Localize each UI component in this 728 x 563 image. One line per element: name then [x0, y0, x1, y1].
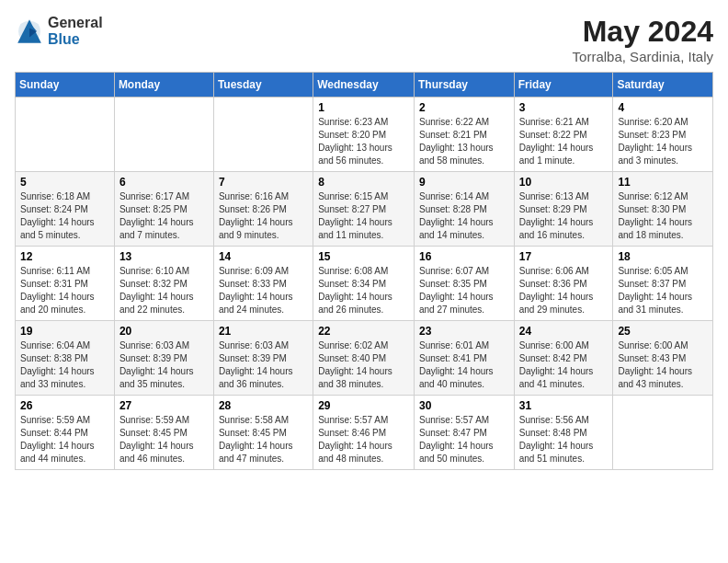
cell-info: Sunrise: 6:00 AM Sunset: 8:43 PM Dayligh… — [618, 339, 708, 391]
day-number: 7 — [219, 176, 308, 189]
sunset: Sunset: 8:37 PM — [618, 279, 686, 289]
daylight: Daylight: 13 hours and 58 minutes. — [419, 143, 494, 166]
calendar-cell: 15 Sunrise: 6:08 AM Sunset: 8:34 PM Dayl… — [313, 247, 415, 321]
daylight: Daylight: 14 hours and 27 minutes. — [419, 292, 494, 315]
daylight: Daylight: 14 hours and 38 minutes. — [318, 366, 392, 389]
sunrise: Sunrise: 6:00 AM — [519, 340, 589, 350]
sunrise: Sunrise: 5:58 AM — [219, 415, 289, 425]
sunrise: Sunrise: 6:06 AM — [519, 266, 589, 276]
sunrise: Sunrise: 6:01 AM — [419, 340, 489, 350]
sunrise: Sunrise: 6:20 AM — [618, 117, 688, 127]
daylight: Daylight: 14 hours and 41 minutes. — [519, 366, 594, 389]
sunset: Sunset: 8:23 PM — [618, 130, 686, 140]
calendar-cell: 18 Sunrise: 6:05 AM Sunset: 8:37 PM Dayl… — [613, 247, 713, 321]
day-number: 21 — [219, 325, 308, 338]
header-sunday: Sunday — [16, 73, 115, 98]
cell-info: Sunrise: 6:08 AM Sunset: 8:34 PM Dayligh… — [318, 265, 409, 316]
header-tuesday: Tuesday — [213, 73, 313, 98]
header-monday: Monday — [114, 73, 213, 98]
day-number: 4 — [618, 101, 708, 114]
daylight: Daylight: 14 hours and 20 minutes. — [20, 292, 95, 315]
sunset: Sunset: 8:35 PM — [419, 279, 487, 289]
day-number: 6 — [119, 176, 209, 189]
sunrise: Sunrise: 6:08 AM — [318, 266, 388, 276]
daylight: Daylight: 14 hours and 26 minutes. — [318, 292, 392, 315]
day-number: 13 — [119, 250, 209, 263]
daylight: Daylight: 14 hours and 3 minutes. — [618, 143, 692, 166]
day-number: 10 — [519, 176, 609, 189]
sunrise: Sunrise: 6:04 AM — [20, 340, 90, 350]
sunset: Sunset: 8:21 PM — [419, 130, 487, 140]
cell-info: Sunrise: 6:21 AM Sunset: 8:22 PM Dayligh… — [519, 116, 609, 167]
sunrise: Sunrise: 6:03 AM — [119, 340, 189, 350]
calendar-table: SundayMondayTuesdayWednesdayThursdayFrid… — [15, 72, 713, 470]
daylight: Daylight: 14 hours and 47 minutes. — [219, 441, 293, 464]
calendar-cell: 25 Sunrise: 6:00 AM Sunset: 8:43 PM Dayl… — [613, 321, 713, 396]
calendar-cell: 26 Sunrise: 5:59 AM Sunset: 8:44 PM Dayl… — [16, 396, 115, 470]
sunrise: Sunrise: 6:21 AM — [519, 117, 589, 127]
day-number: 28 — [219, 399, 308, 412]
day-number: 12 — [20, 250, 109, 263]
calendar-cell: 5 Sunrise: 6:18 AM Sunset: 8:24 PM Dayli… — [16, 172, 115, 247]
sunrise: Sunrise: 6:16 AM — [219, 191, 289, 201]
day-number: 16 — [419, 250, 509, 263]
page-header: General Blue May 2024 Torralba, Sardinia… — [15, 15, 713, 64]
day-number: 8 — [318, 176, 409, 189]
daylight: Daylight: 14 hours and 48 minutes. — [318, 441, 392, 464]
calendar-week-row: 12 Sunrise: 6:11 AM Sunset: 8:31 PM Dayl… — [16, 247, 713, 321]
sunrise: Sunrise: 5:59 AM — [20, 415, 90, 425]
calendar-cell: 14 Sunrise: 6:09 AM Sunset: 8:33 PM Dayl… — [213, 247, 313, 321]
cell-info: Sunrise: 6:06 AM Sunset: 8:36 PM Dayligh… — [519, 265, 609, 316]
sunset: Sunset: 8:28 PM — [419, 204, 487, 214]
calendar-cell: 22 Sunrise: 6:02 AM Sunset: 8:40 PM Dayl… — [313, 321, 415, 396]
sunset: Sunset: 8:31 PM — [20, 279, 88, 289]
sunset: Sunset: 8:20 PM — [318, 130, 386, 140]
cell-info: Sunrise: 6:12 AM Sunset: 8:30 PM Dayligh… — [618, 190, 708, 242]
day-number: 2 — [419, 101, 509, 114]
header-saturday: Saturday — [613, 73, 713, 98]
calendar-cell: 17 Sunrise: 6:06 AM Sunset: 8:36 PM Dayl… — [514, 247, 613, 321]
cell-info: Sunrise: 6:20 AM Sunset: 8:23 PM Dayligh… — [618, 116, 708, 167]
day-number: 24 — [519, 325, 609, 338]
sunset: Sunset: 8:29 PM — [519, 204, 587, 214]
calendar-cell: 20 Sunrise: 6:03 AM Sunset: 8:39 PM Dayl… — [114, 321, 213, 396]
cell-info: Sunrise: 6:02 AM Sunset: 8:40 PM Dayligh… — [318, 339, 409, 391]
sunset: Sunset: 8:48 PM — [519, 428, 587, 438]
sunset: Sunset: 8:43 PM — [618, 353, 686, 363]
calendar-week-row: 1 Sunrise: 6:23 AM Sunset: 8:20 PM Dayli… — [16, 98, 713, 172]
day-number: 30 — [419, 399, 509, 412]
cell-info: Sunrise: 6:05 AM Sunset: 8:37 PM Dayligh… — [618, 265, 708, 316]
daylight: Daylight: 14 hours and 33 minutes. — [20, 366, 95, 389]
daylight: Daylight: 14 hours and 43 minutes. — [618, 366, 692, 389]
month-title: May 2024 — [573, 15, 713, 49]
sunrise: Sunrise: 6:07 AM — [419, 266, 489, 276]
sunset: Sunset: 8:42 PM — [519, 353, 587, 363]
sunset: Sunset: 8:40 PM — [318, 353, 386, 363]
day-number: 5 — [20, 176, 109, 189]
calendar-cell: 4 Sunrise: 6:20 AM Sunset: 8:23 PM Dayli… — [613, 98, 713, 172]
sunrise: Sunrise: 5:59 AM — [119, 415, 189, 425]
calendar-header-row: SundayMondayTuesdayWednesdayThursdayFrid… — [16, 73, 713, 98]
sunset: Sunset: 8:45 PM — [119, 428, 188, 438]
calendar-cell: 11 Sunrise: 6:12 AM Sunset: 8:30 PM Dayl… — [613, 172, 713, 247]
day-number: 18 — [618, 250, 708, 263]
calendar-cell: 16 Sunrise: 6:07 AM Sunset: 8:35 PM Dayl… — [414, 247, 514, 321]
daylight: Daylight: 14 hours and 16 minutes. — [519, 217, 594, 240]
daylight: Daylight: 14 hours and 29 minutes. — [519, 292, 594, 315]
sunrise: Sunrise: 6:18 AM — [20, 191, 90, 201]
cell-info: Sunrise: 6:16 AM Sunset: 8:26 PM Dayligh… — [219, 190, 308, 242]
daylight: Daylight: 14 hours and 46 minutes. — [119, 441, 194, 464]
day-number: 15 — [318, 250, 409, 263]
day-number: 20 — [119, 325, 209, 338]
calendar-cell: 19 Sunrise: 6:04 AM Sunset: 8:38 PM Dayl… — [16, 321, 115, 396]
sunset: Sunset: 8:32 PM — [119, 279, 188, 289]
sunrise: Sunrise: 5:57 AM — [318, 415, 388, 425]
sunrise: Sunrise: 6:05 AM — [618, 266, 688, 276]
sunset: Sunset: 8:47 PM — [419, 428, 487, 438]
cell-info: Sunrise: 6:22 AM Sunset: 8:21 PM Dayligh… — [419, 116, 509, 167]
sunrise: Sunrise: 6:02 AM — [318, 340, 388, 350]
calendar-cell: 10 Sunrise: 6:13 AM Sunset: 8:29 PM Dayl… — [514, 172, 613, 247]
sunrise: Sunrise: 6:13 AM — [519, 191, 589, 201]
sunrise: Sunrise: 6:12 AM — [618, 191, 688, 201]
sunrise: Sunrise: 6:10 AM — [119, 266, 189, 276]
